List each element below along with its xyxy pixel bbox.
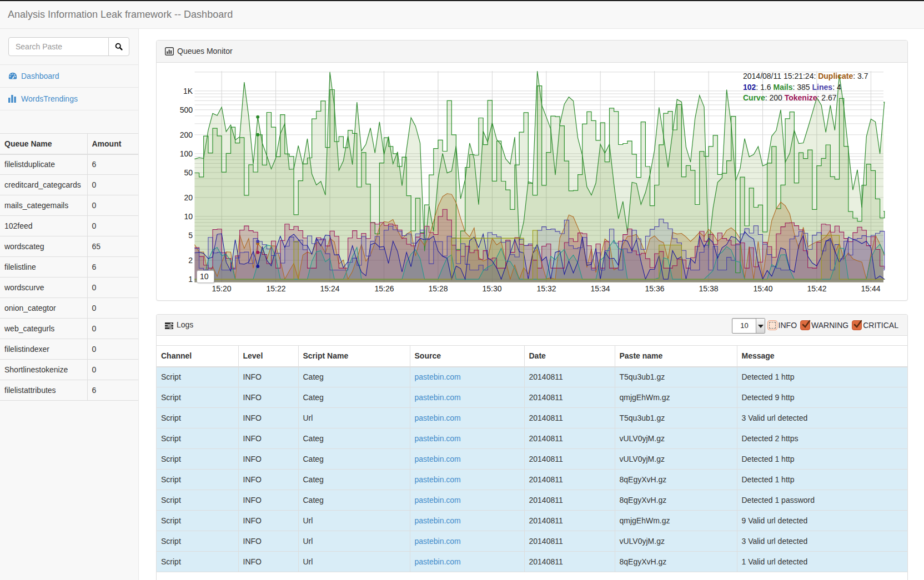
svg-text:15:22: 15:22 xyxy=(266,284,285,293)
svg-text:5: 5 xyxy=(188,231,193,240)
svg-text:1: 1 xyxy=(188,275,193,284)
svg-text:15:38: 15:38 xyxy=(699,284,718,293)
svg-text:15:26: 15:26 xyxy=(374,284,394,293)
svg-text:2: 2 xyxy=(188,256,193,265)
svg-text:500: 500 xyxy=(180,105,193,114)
svg-text:15:28: 15:28 xyxy=(428,284,448,293)
svg-text:50: 50 xyxy=(184,168,193,177)
svg-text:15:44: 15:44 xyxy=(861,284,880,293)
svg-text:10: 10 xyxy=(184,212,193,221)
svg-text:15:30: 15:30 xyxy=(482,284,501,293)
svg-text:20: 20 xyxy=(184,193,193,202)
svg-text:100: 100 xyxy=(180,149,193,158)
svg-text:15:36: 15:36 xyxy=(645,284,664,293)
svg-text:15:34: 15:34 xyxy=(590,284,610,293)
svg-text:200: 200 xyxy=(180,130,193,139)
svg-text:15:24: 15:24 xyxy=(320,284,339,293)
svg-text:15:40: 15:40 xyxy=(753,284,772,293)
svg-text:15:42: 15:42 xyxy=(807,284,826,293)
svg-text:15:20: 15:20 xyxy=(212,284,231,293)
svg-text:15:32: 15:32 xyxy=(536,284,556,293)
svg-text:1K: 1K xyxy=(183,87,193,95)
